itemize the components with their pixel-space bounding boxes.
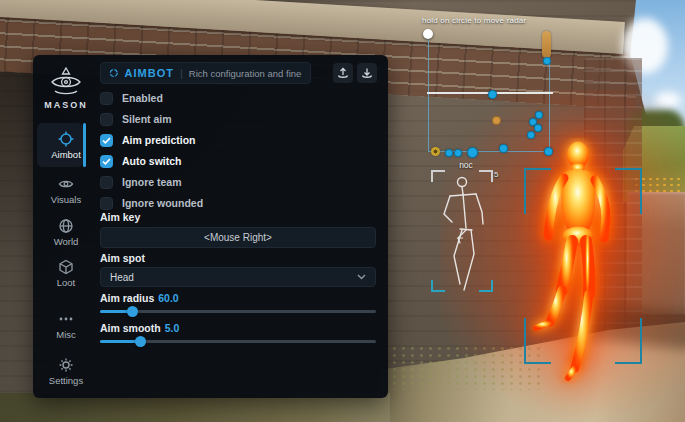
radar-drag-handle[interactable] xyxy=(423,29,433,39)
bracket-corner xyxy=(615,168,642,214)
checkbox[interactable] xyxy=(100,176,113,189)
toggle-enabled[interactable]: Enabled xyxy=(100,91,163,105)
cheat-menu-panel: MASON Aimbot Visuals World xyxy=(33,55,388,398)
radar-dot-yellow xyxy=(431,147,440,156)
slider-knob[interactable] xyxy=(135,336,146,347)
toggle-aim-prediction[interactable]: Aim prediction xyxy=(100,133,196,147)
sidebar-item-settings[interactable]: Settings xyxy=(33,357,99,386)
radar-dot-blue xyxy=(445,149,453,157)
radar-dot-blue xyxy=(467,147,478,158)
eye-icon xyxy=(58,176,74,192)
radar-dot-blue xyxy=(488,90,497,99)
checkbox[interactable] xyxy=(100,92,113,105)
sidebar-item-aimbot[interactable]: Aimbot xyxy=(33,131,99,160)
radar-marker-capsule xyxy=(542,31,551,58)
bracket-corner xyxy=(615,318,642,364)
aim-key-label: Aim key xyxy=(100,211,140,223)
checkbox[interactable] xyxy=(100,197,113,210)
aim-smooth-slider[interactable] xyxy=(100,335,376,347)
checkbox[interactable] xyxy=(100,113,113,126)
sidebar-item-label: World xyxy=(33,236,99,247)
header-separator: | xyxy=(180,67,183,79)
download-config-button[interactable] xyxy=(357,63,377,83)
radar: hold on circle to move radar xyxy=(424,30,556,156)
radar-dot-blue xyxy=(454,149,462,157)
aimbot-ring-icon xyxy=(109,67,119,79)
aim-radius-value: 60.0 xyxy=(158,292,178,304)
sidebar: MASON Aimbot Visuals World xyxy=(33,55,99,398)
aim-spot-select[interactable]: Head xyxy=(100,267,376,287)
aim-smooth-label-text: Aim smooth xyxy=(100,322,161,334)
aim-smooth-label: Aim smooth5.0 xyxy=(100,322,179,334)
aim-radius-label-text: Aim radius xyxy=(100,292,154,304)
chevron-down-icon xyxy=(357,274,366,280)
bracket-corner xyxy=(524,318,551,364)
checkbox[interactable] xyxy=(100,155,113,168)
aim-key-button[interactable]: <Mouse Right> xyxy=(100,227,376,248)
aim-spot-value: Head xyxy=(110,272,134,283)
toggle-auto-switch[interactable]: Auto switch xyxy=(100,154,182,168)
brand-logo: MASON xyxy=(33,67,99,110)
player-esp-bracket xyxy=(524,168,642,364)
upload-config-button[interactable] xyxy=(333,63,353,83)
toggle-label: Silent aim xyxy=(122,113,172,125)
sidebar-item-label: Settings xyxy=(33,375,99,386)
toggle-label: Enabled xyxy=(122,92,163,104)
radar-dot-blue xyxy=(535,111,543,119)
upload-icon xyxy=(337,67,349,79)
toggle-label: Aim prediction xyxy=(122,134,196,146)
esp-distance: 5 xyxy=(494,170,498,179)
radar-dot-blue xyxy=(499,144,508,153)
sidebar-item-label: Misc xyxy=(33,329,99,340)
radar-marker-dot xyxy=(543,57,551,65)
skeleton-esp xyxy=(436,172,492,300)
sidebar-item-world[interactable]: World xyxy=(33,218,99,247)
cube-icon xyxy=(58,259,74,275)
slider-track[interactable] xyxy=(100,310,376,313)
aim-radius-slider[interactable] xyxy=(100,305,376,317)
aim-smooth-value: 5.0 xyxy=(165,322,180,334)
aim-radius-label: Aim radius60.0 xyxy=(100,292,179,304)
sidebar-item-misc[interactable]: Misc xyxy=(33,311,99,340)
ellipsis-icon xyxy=(58,311,74,327)
toggle-silent-aim[interactable]: Silent aim xyxy=(100,112,172,126)
toggle-label: Auto switch xyxy=(122,155,182,167)
radar-hint-text: hold on circle to move radar xyxy=(422,16,582,25)
bracket-corner xyxy=(524,168,551,214)
toggle-label: Ignore team xyxy=(122,176,182,188)
menu-content: AIMBOT | Rich configuration and fine-tun… xyxy=(100,55,376,398)
moss-patches xyxy=(390,345,540,390)
radar-dot-orange xyxy=(492,116,501,125)
cloud xyxy=(655,92,681,108)
checkbox[interactable] xyxy=(100,134,113,147)
brand-name: MASON xyxy=(33,100,99,110)
active-item-accent-bar xyxy=(83,123,86,167)
game-screen: noc 5 hold on circle to move radar xyxy=(0,0,685,422)
crosshair-icon xyxy=(58,131,74,147)
radar-dot-blue xyxy=(534,124,542,132)
sidebar-item-loot[interactable]: Loot xyxy=(33,259,99,288)
section-header: AIMBOT | Rich configuration and fine-tun… xyxy=(100,62,311,84)
globe-icon xyxy=(58,218,74,234)
sidebar-item-label: Visuals xyxy=(33,194,99,205)
section-subtitle: Rich configuration and fine-tuning xyxy=(189,68,302,79)
mason-eye-logo-icon xyxy=(48,67,84,97)
slider-fill xyxy=(100,340,140,343)
gear-icon xyxy=(58,357,74,373)
sidebar-item-label: Aimbot xyxy=(33,149,99,160)
toggle-ignore-team[interactable]: Ignore team xyxy=(100,175,182,189)
download-icon xyxy=(361,67,373,79)
sidebar-item-label: Loot xyxy=(33,277,99,288)
radar-dot-blue xyxy=(544,147,553,156)
check-icon xyxy=(102,158,111,165)
toggle-ignore-wounded[interactable]: Ignore wounded xyxy=(100,196,203,210)
slider-knob[interactable] xyxy=(127,306,138,317)
sidebar-item-visuals[interactable]: Visuals xyxy=(33,176,99,205)
aim-key-value: <Mouse Right> xyxy=(204,232,272,243)
aim-spot-label: Aim spot xyxy=(100,252,145,264)
check-icon xyxy=(102,137,111,144)
radar-dot-blue xyxy=(527,131,535,139)
esp-player-name: noc xyxy=(436,160,496,170)
toggle-label: Ignore wounded xyxy=(122,197,203,209)
section-title: AIMBOT xyxy=(125,67,174,79)
